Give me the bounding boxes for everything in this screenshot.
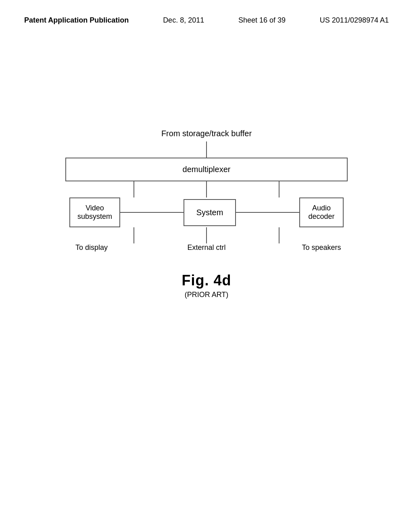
connector-right bbox=[236, 212, 299, 213]
figure-sublabel: (PRIOR ART) bbox=[65, 291, 348, 299]
patent-publication-label: Patent Application Publication bbox=[24, 16, 129, 25]
figure-label: Fig. 4d bbox=[65, 272, 348, 289]
patent-number-label: US 2011/0298974 A1 bbox=[320, 16, 389, 25]
output-speakers-label: To speakers bbox=[299, 243, 344, 252]
connector-left bbox=[120, 212, 184, 213]
output-display-label: To display bbox=[69, 243, 114, 252]
line-audio-to-speakers bbox=[279, 227, 280, 243]
source-label: From storage/track buffer bbox=[65, 129, 348, 138]
header: Patent Application Publication Dec. 8, 2… bbox=[0, 0, 413, 33]
line-source-to-demux bbox=[206, 141, 207, 158]
line-demux-to-system bbox=[206, 181, 207, 197]
sheet-label: Sheet 16 of 39 bbox=[238, 16, 286, 25]
line-demux-to-audio bbox=[279, 181, 280, 197]
video-subsystem-label: Videosubsystem bbox=[77, 204, 112, 220]
system-box: System bbox=[184, 199, 236, 226]
output-ctrl-label: External ctrl bbox=[114, 243, 299, 252]
figure-label-area: Fig. 4d (PRIOR ART) bbox=[65, 272, 348, 299]
line-demux-to-video bbox=[133, 181, 134, 197]
diagram: From storage/track buffer demultiplexer … bbox=[65, 129, 348, 299]
page: Patent Application Publication Dec. 8, 2… bbox=[0, 0, 413, 532]
line-system-to-ctrl bbox=[206, 227, 207, 243]
date-label: Dec. 8, 2011 bbox=[163, 16, 204, 25]
video-subsystem-box: Videosubsystem bbox=[69, 197, 120, 227]
line-video-to-display bbox=[133, 227, 134, 243]
demux-box: demultiplexer bbox=[65, 158, 348, 181]
audio-decoder-box: Audiodecoder bbox=[299, 197, 344, 227]
audio-decoder-label: Audiodecoder bbox=[308, 204, 334, 220]
